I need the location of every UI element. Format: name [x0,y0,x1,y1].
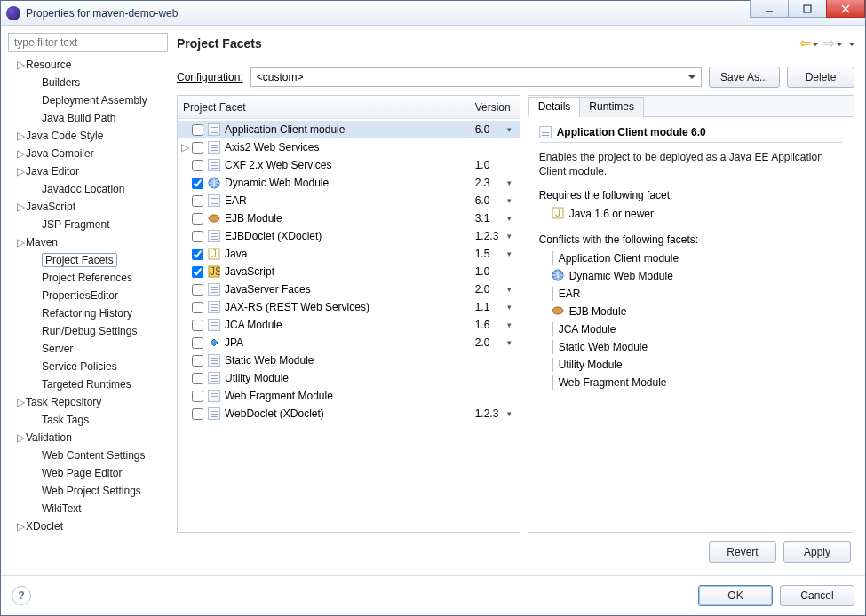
facet-row[interactable]: ▷Axis2 Web Services [178,138,520,156]
facet-row[interactable]: ▷EJB Module3.1▾ [178,209,520,227]
facet-row[interactable]: ▷Web Fragment Module [178,387,520,405]
facet-row[interactable]: ▷WebDoclet (XDoclet)1.2.3▾ [178,405,520,423]
tree-item[interactable]: ▷Resource [8,56,168,74]
tree-item[interactable]: ▷Task Tags [8,411,168,429]
tree-item[interactable]: ▷JSP Fragment [8,216,168,233]
facet-checkbox[interactable] [192,391,203,402]
tree-item[interactable]: ▷Web Page Editor [8,464,168,482]
facet-checkbox[interactable] [192,284,203,296]
col-version[interactable]: Version [470,101,520,114]
facet-row[interactable]: ▷Static Web Module [178,351,520,369]
cancel-button[interactable]: Cancel [780,585,854,606]
version-dropdown-icon[interactable]: ▾ [507,320,516,329]
tree-item[interactable]: ▷Java Editor [8,162,168,180]
version-dropdown-icon[interactable]: ▾ [507,409,516,418]
tree-item[interactable]: ▷Project Facets [8,251,168,269]
facet-checkbox[interactable] [192,178,203,189]
jpa-icon [207,336,221,350]
facet-row[interactable]: ▷JJava1.5▾ [178,245,520,263]
facet-row[interactable]: ▷Dynamic Web Module2.3▾ [178,174,520,192]
facet-checkbox[interactable] [192,266,203,278]
facet-row[interactable]: ▷Utility Module [178,369,520,387]
facet-checkbox[interactable] [192,213,203,225]
back-dropdown-icon[interactable] [811,37,818,50]
tree-item[interactable]: ▷Javadoc Location [8,180,168,198]
tree-item[interactable]: ▷XDoclet [8,517,168,535]
facet-checkbox[interactable] [192,195,203,207]
java-icon: J [207,247,221,261]
col-project-facet[interactable]: Project Facet [178,101,470,114]
tree-item[interactable]: ▷Service Policies [8,358,168,375]
facet-checkbox[interactable] [192,124,203,136]
version-dropdown-icon[interactable]: ▾ [507,125,516,134]
facet-checkbox[interactable] [192,408,203,420]
tree-item[interactable]: ▷Targeted Runtimes [8,375,168,393]
facet-checkbox[interactable] [192,142,203,154]
facet-row[interactable]: ▷JPA2.0▾ [178,334,520,351]
facet-row[interactable]: ▷JSJavaScript1.0 [178,263,520,280]
tree-item[interactable]: ▷WikiText [8,500,168,517]
version-dropdown-icon[interactable]: ▾ [507,338,516,347]
minimize-button[interactable] [750,0,789,18]
maximize-button[interactable] [788,0,827,18]
version-dropdown-icon[interactable]: ▾ [507,285,516,294]
tree-item[interactable]: ▷Deployment Assembly [8,91,168,109]
tree-item[interactable]: ▷Refactoring History [8,304,168,322]
tree-item[interactable]: ▷Task Repository [8,393,168,411]
facet-checkbox[interactable] [192,320,203,331]
version-dropdown-icon[interactable]: ▾ [507,214,516,223]
close-button[interactable] [826,0,865,18]
version-dropdown-icon[interactable]: ▾ [507,196,516,205]
facet-row[interactable]: ▷Application Client module6.0▾ [178,121,520,138]
facet-table-header: Project Facet Version [178,96,520,119]
tree-item[interactable]: ▷JavaScript [8,198,168,216]
tree-item[interactable]: ▷Validation [8,429,168,446]
tree-item[interactable]: ▷Java Compiler [8,145,168,162]
facet-checkbox[interactable] [192,355,203,367]
filter-input[interactable] [8,33,168,52]
forward-dropdown-icon[interactable] [835,37,842,50]
facet-checkbox[interactable] [192,373,203,384]
facet-row[interactable]: ▷JAX-RS (REST Web Services)1.1▾ [178,298,520,316]
facet-row[interactable]: ▷EAR6.0▾ [178,192,520,209]
configuration-combo[interactable]: <custom> [250,67,702,87]
facet-name: EJBDoclet (XDoclet) [225,230,475,242]
tree-item[interactable]: ▷Project References [8,269,168,287]
tree-item[interactable]: ▷Server [8,340,168,358]
save-as-button[interactable]: Save As... [709,67,780,88]
property-tree[interactable]: ▷Resource▷Builders▷Deployment Assembly▷J… [8,54,168,563]
facet-checkbox[interactable] [192,249,203,260]
back-icon[interactable]: ⇦ [799,35,811,51]
facet-checkbox[interactable] [192,302,203,313]
tree-item[interactable]: ▷Java Code Style [8,127,168,145]
facet-checkbox[interactable] [192,337,203,349]
facet-row[interactable]: ▷JavaServer Faces2.0▾ [178,280,520,298]
delete-button[interactable]: Delete [787,67,854,88]
tab-details[interactable]: Details [528,97,581,117]
version-dropdown-icon[interactable]: ▾ [507,303,516,312]
tree-item[interactable]: ▷PropertiesEditor [8,287,168,304]
ok-button[interactable]: OK [698,585,773,606]
help-button[interactable]: ? [12,586,31,605]
tree-item[interactable]: ▷Web Project Settings [8,482,168,500]
facet-table-body[interactable]: ▷Application Client module6.0▾▷Axis2 Web… [178,119,520,532]
tree-item[interactable]: ▷Builders [8,74,168,91]
version-dropdown-icon[interactable]: ▾ [507,249,516,258]
facet-row[interactable]: ▷EJBDoclet (XDoclet)1.2.3▾ [178,227,520,245]
facet-checkbox[interactable] [192,231,203,242]
detail-description: Enables the project to be deployed as a … [539,150,843,178]
facet-checkbox[interactable] [192,160,203,171]
version-dropdown-icon[interactable]: ▾ [507,178,516,187]
tree-item[interactable]: ▷Run/Debug Settings [8,322,168,340]
revert-button[interactable]: Revert [709,541,776,563]
tree-item[interactable]: ▷Web Content Settings [8,446,168,464]
tree-item[interactable]: ▷Java Build Path [8,109,168,127]
forward-icon[interactable]: ⇨ [823,35,835,51]
view-menu-icon[interactable] [847,37,854,50]
facet-row[interactable]: ▷JCA Module1.6▾ [178,316,520,334]
tree-item[interactable]: ▷Maven [8,233,168,251]
facet-row[interactable]: ▷CXF 2.x Web Services1.0 [178,156,520,174]
apply-button[interactable]: Apply [783,541,851,563]
version-dropdown-icon[interactable]: ▾ [507,232,516,241]
tab-runtimes[interactable]: Runtimes [579,97,644,117]
